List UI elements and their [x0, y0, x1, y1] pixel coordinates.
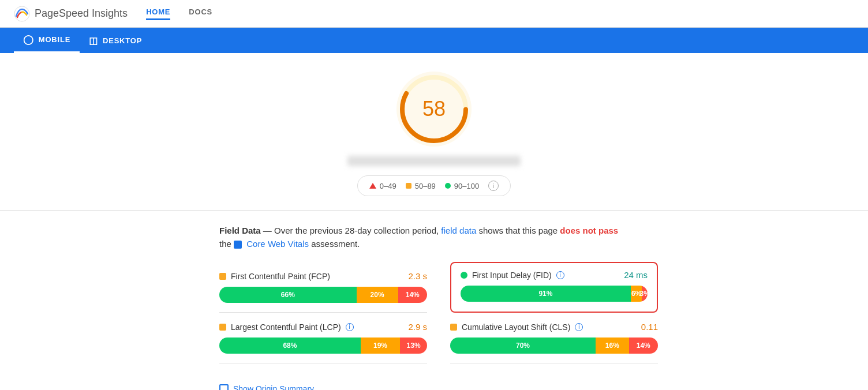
metric-fid-label: First Input Delay (FID)	[472, 271, 552, 280]
metric-fid-header: First Input Delay (FID) i 24 ms	[461, 270, 648, 280]
metric-lcp-bar: 68% 19% 13%	[219, 337, 427, 354]
logo-text: PageSpeed Insights	[35, 7, 128, 20]
tab-mobile[interactable]: ◯ MOBILE	[14, 28, 80, 53]
nav-links: HOME DOCS	[146, 7, 212, 20]
nav-link-docs[interactable]: DOCS	[189, 7, 212, 20]
metric-fid: First Input Delay (FID) i 24 ms 91% 6% 3…	[450, 262, 658, 313]
field-data-desc-end: assessment.	[311, 239, 360, 249]
cwv-badge-icon	[234, 241, 242, 249]
legend-fail: 0–49	[369, 182, 396, 190]
fid-bar-green: 91%	[461, 286, 631, 302]
metric-lcp-value: 2.9 s	[408, 322, 427, 332]
metric-cls-bar: 70% 16% 14%	[450, 337, 658, 354]
pagespeed-logo-icon	[14, 6, 30, 22]
metric-lcp-label: Largest Contentful Paint (LCP)	[231, 322, 341, 332]
tab-mobile-label: MOBILE	[39, 35, 70, 44]
fcp-bar-green: 66%	[219, 287, 357, 303]
metric-fid-value: 24 ms	[624, 270, 648, 280]
cls-info-icon[interactable]: i	[575, 323, 583, 331]
lcp-bar-green: 68%	[219, 337, 361, 354]
origin-summary-row: Show Origin Summary	[219, 375, 658, 390]
tab-desktop-label: DESKTOP	[103, 36, 142, 45]
score-value: 58	[422, 97, 446, 121]
metrics-grid: First Contentful Paint (FCP) 2.3 s 66% 2…	[219, 262, 658, 363]
legend-info-button[interactable]: i	[488, 181, 499, 191]
field-data-title: Field Data	[219, 226, 261, 235]
metric-lcp-header: Largest Contentful Paint (LCP) i 2.9 s	[219, 322, 427, 332]
metric-cls: Cumulative Layout Shift (CLS) i 0.11 70%…	[450, 313, 658, 363]
fid-indicator-icon	[461, 272, 467, 279]
legend-fail-label: 0–49	[380, 182, 396, 190]
tab-desktop[interactable]: ◫ DESKTOP	[80, 28, 151, 53]
field-data-header: Field Data — Over the previous 28-day co…	[219, 224, 658, 250]
metric-fcp-name-group: First Contentful Paint (FCP)	[219, 272, 330, 281]
metric-cls-value: 0.11	[641, 322, 658, 332]
good-dot-icon	[445, 183, 451, 189]
legend-average: 50–89	[406, 182, 436, 190]
field-data-desc-mid: shows that this page	[478, 226, 560, 235]
metric-fcp-label: First Contentful Paint (FCP)	[231, 272, 330, 281]
cls-bar-orange: 16%	[596, 337, 629, 354]
lcp-indicator-icon	[219, 324, 226, 331]
url-display	[347, 156, 521, 166]
cls-bar-red: 14%	[629, 337, 658, 354]
metric-fid-bar: 91% 6% 3%	[461, 286, 648, 302]
nav-link-home[interactable]: HOME	[146, 7, 170, 20]
score-circle: 58	[396, 72, 472, 147]
score-legend: 0–49 50–89 90–100 i	[357, 175, 511, 196]
fcp-bar-red: 14%	[398, 287, 427, 303]
fid-info-icon[interactable]: i	[556, 271, 564, 279]
fcp-bar-orange: 20%	[357, 287, 398, 303]
field-data-desc-post: the	[219, 239, 234, 249]
metric-lcp: Largest Contentful Paint (LCP) i 2.9 s 6…	[219, 313, 427, 363]
metric-fcp: First Contentful Paint (FCP) 2.3 s 66% 2…	[219, 262, 427, 313]
legend-good: 90–100	[445, 182, 479, 190]
metric-cls-label: Cumulative Layout Shift (CLS)	[462, 322, 570, 332]
legend-good-label: 90–100	[454, 182, 479, 190]
average-square-icon	[406, 183, 411, 189]
score-section: 58 0–49 50–89 90–100 i	[0, 53, 868, 210]
field-data-fail: does not pass	[560, 226, 618, 235]
top-nav: PageSpeed Insights HOME DOCS	[0, 0, 868, 28]
metric-cls-header: Cumulative Layout Shift (CLS) i 0.11	[450, 322, 658, 332]
lcp-bar-red: 13%	[400, 337, 427, 354]
cls-bar-green: 70%	[450, 337, 596, 354]
fcp-indicator-icon	[219, 273, 226, 280]
fid-bar-red: 3%	[642, 286, 648, 302]
main-content: Field Data — Over the previous 28-day co…	[0, 211, 693, 390]
field-data-section: Field Data — Over the previous 28-day co…	[219, 211, 658, 390]
field-data-desc-pre: — Over the previous 28-day collection pe…	[263, 226, 442, 235]
desktop-icon: ◫	[89, 35, 98, 46]
device-tabs: ◯ MOBILE ◫ DESKTOP	[0, 28, 868, 53]
origin-summary-label[interactable]: Show Origin Summary	[233, 384, 314, 390]
logo: PageSpeed Insights	[14, 6, 128, 22]
metric-fcp-bar: 66% 20% 14%	[219, 287, 427, 303]
metric-lcp-name-group: Largest Contentful Paint (LCP) i	[219, 322, 354, 332]
mobile-icon: ◯	[23, 34, 34, 45]
metric-cls-name-group: Cumulative Layout Shift (CLS) i	[450, 322, 583, 332]
legend-average-label: 50–89	[415, 182, 436, 190]
origin-summary-checkbox[interactable]	[219, 384, 229, 390]
lcp-info-icon[interactable]: i	[346, 323, 354, 331]
field-data-cwv-link[interactable]: Core Web Vitals	[246, 239, 309, 249]
metric-fid-name-group: First Input Delay (FID) i	[461, 271, 564, 280]
metric-fcp-header: First Contentful Paint (FCP) 2.3 s	[219, 271, 427, 281]
metric-fcp-value: 2.3 s	[408, 271, 427, 281]
cls-indicator-icon	[450, 324, 457, 331]
fail-triangle-icon	[369, 183, 376, 189]
lcp-bar-orange: 19%	[361, 337, 400, 354]
field-data-link[interactable]: field data	[441, 226, 476, 235]
